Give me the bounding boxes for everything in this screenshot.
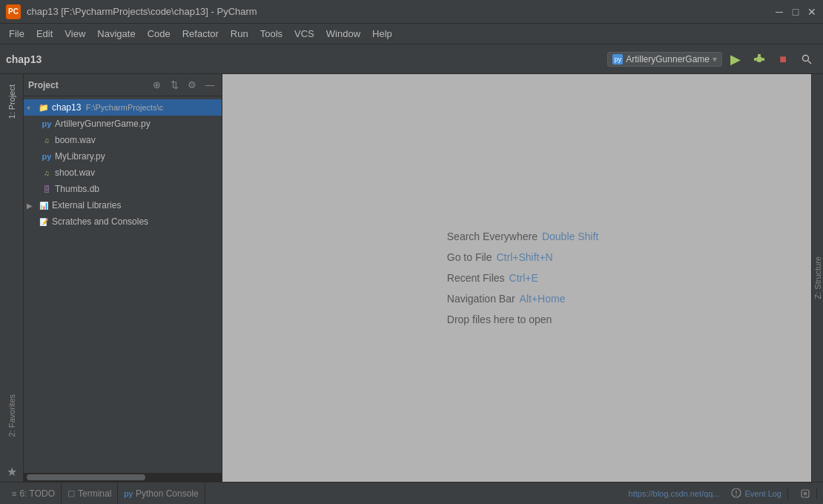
tree-item-boom[interactable]: ♫ boom.wav bbox=[24, 132, 222, 148]
menu-tools[interactable]: Tools bbox=[254, 26, 288, 42]
svg-point-0 bbox=[756, 56, 762, 62]
tree-item-path: F:\PycharmProjects\c bbox=[86, 103, 164, 112]
menu-refactor[interactable]: Refactor bbox=[176, 26, 225, 42]
hint-label: Search Everywhere bbox=[447, 231, 538, 242]
main-area: 1: Project 2: Favorites ★ Project ⊕ ⇅ ⚙ … bbox=[0, 74, 823, 482]
run-config-icon: py bbox=[612, 54, 623, 64]
project-scrollbar-thumb[interactable] bbox=[27, 474, 145, 480]
status-right: https://blog.csdn.net/qq... Event Log bbox=[629, 488, 817, 500]
tree-item-label: Thumbs.db bbox=[55, 184, 99, 194]
menu-navigate[interactable]: Navigate bbox=[91, 26, 141, 42]
hint-recent-files: Recent Files Ctrl+E bbox=[447, 272, 598, 284]
tree-item-label: shoot.wav bbox=[55, 168, 95, 178]
terminal-icon: ▢ bbox=[67, 488, 75, 498]
tree-item-external-libs[interactable]: ▶ 📊 External Libraries bbox=[24, 197, 222, 213]
status-todo[interactable]: ≡ 6: TODO bbox=[6, 483, 62, 504]
svg-rect-2 bbox=[754, 58, 756, 61]
favorites-star-icon[interactable]: ★ bbox=[4, 462, 20, 482]
sidebar-item-favorites[interactable]: 2: Favorites bbox=[4, 387, 19, 444]
close-button[interactable]: ✕ bbox=[807, 7, 817, 17]
project-panel: Project ⊕ ⇅ ⚙ — ▾ 📁 chap13 F:\PycharmPro… bbox=[24, 74, 222, 482]
chevron-down-icon: ▾ bbox=[27, 104, 36, 112]
chevron-right-icon: ▶ bbox=[27, 202, 36, 210]
menubar: File Edit View Navigate Code Refactor Ru… bbox=[0, 24, 823, 44]
status-terminal[interactable]: ▢ Terminal bbox=[62, 483, 118, 504]
menu-vcs[interactable]: VCS bbox=[288, 26, 320, 42]
window-controls: ─ □ ✕ bbox=[774, 7, 817, 17]
run-config-selector[interactable]: py ArtilleryGunnerGame ▾ bbox=[607, 52, 722, 67]
hint-shortcut: Ctrl+E bbox=[509, 272, 538, 284]
app-logo: PC bbox=[6, 4, 21, 19]
tree-item-label: MyLibrary.py bbox=[55, 151, 105, 162]
tree-item-label: External Libraries bbox=[52, 200, 121, 210]
hint-shortcut: Alt+Home bbox=[520, 293, 566, 305]
run-config-name: ArtilleryGunnerGame bbox=[626, 54, 710, 64]
menu-file[interactable]: File bbox=[3, 26, 30, 42]
todo-icon: ≡ bbox=[12, 489, 16, 498]
svg-rect-3 bbox=[762, 58, 764, 61]
menu-help[interactable]: Help bbox=[366, 26, 398, 42]
menu-run[interactable]: Run bbox=[225, 26, 254, 42]
menu-window[interactable]: Window bbox=[320, 26, 366, 42]
hint-label: Navigation Bar bbox=[447, 293, 515, 305]
svg-point-8 bbox=[736, 494, 738, 496]
sidebar-item-zstructure[interactable]: Z: Structure bbox=[813, 256, 822, 299]
status-event-log[interactable]: Event Log bbox=[725, 488, 788, 500]
hint-shortcut: Ctrl+Shift+N bbox=[496, 251, 552, 263]
wav-file-icon: ♫ bbox=[41, 134, 53, 146]
statusbar: ≡ 6: TODO ▢ Terminal py Python Console h… bbox=[0, 482, 823, 504]
run-button[interactable]: ▶ bbox=[725, 49, 746, 70]
hint-label: Go to File bbox=[447, 251, 492, 263]
stop-button[interactable]: ■ bbox=[773, 49, 793, 70]
project-panel-header: Project ⊕ ⇅ ⚙ — bbox=[24, 74, 222, 96]
project-name: chap13 bbox=[6, 53, 42, 65]
minimize-button[interactable]: ─ bbox=[774, 7, 784, 17]
tree-item-label: Scratches and Consoles bbox=[52, 216, 148, 227]
panel-minimize-icon[interactable]: — bbox=[202, 78, 217, 93]
tree-item-label: boom.wav bbox=[55, 135, 96, 145]
todo-label: 6: TODO bbox=[19, 488, 55, 499]
python-console-label: Python Console bbox=[136, 488, 199, 499]
hint-goto-file: Go to File Ctrl+Shift+N bbox=[447, 251, 598, 263]
menu-edit[interactable]: Edit bbox=[30, 26, 59, 42]
hint-shortcut: Double Shift bbox=[542, 231, 598, 242]
hint-label: Recent Files bbox=[447, 272, 505, 284]
menu-code[interactable]: Code bbox=[142, 26, 176, 42]
window-title: chap13 [F:\PycharmProjects\code\chap13] … bbox=[27, 6, 774, 17]
svg-line-5 bbox=[808, 61, 811, 64]
svg-rect-1 bbox=[758, 54, 761, 56]
project-panel-title: Project bbox=[28, 80, 59, 90]
scratch-icon: 📝 bbox=[38, 216, 50, 228]
search-everywhere-button[interactable] bbox=[796, 49, 817, 70]
menu-view[interactable]: View bbox=[59, 26, 91, 42]
panel-nav-icon[interactable]: ⊕ bbox=[149, 78, 164, 93]
editor-area[interactable]: Z: Structure Search Everywhere Double Sh… bbox=[222, 74, 823, 482]
project-tree: ▾ 📁 chap13 F:\PycharmProjects\c py Artil… bbox=[24, 96, 222, 473]
tree-item-thumbs[interactable]: 🗄 Thumbs.db bbox=[24, 181, 222, 197]
sidebar-item-project[interactable]: 1: Project bbox=[4, 77, 19, 126]
status-python-console[interactable]: py Python Console bbox=[118, 483, 205, 504]
tree-item-shoot[interactable]: ♫ shoot.wav bbox=[24, 165, 222, 181]
editor-hints: Search Everywhere Double Shift Go to Fil… bbox=[432, 216, 613, 340]
titlebar: PC chap13 [F:\PycharmProjects\code\chap1… bbox=[0, 0, 823, 24]
event-log-label: Event Log bbox=[744, 489, 781, 498]
svg-point-4 bbox=[803, 55, 809, 61]
right-tool-strip: Z: Structure bbox=[811, 74, 823, 482]
status-notifications-icon[interactable] bbox=[794, 488, 817, 499]
toolbar: chap13 py ArtilleryGunnerGame ▾ ▶ ■ bbox=[0, 44, 823, 74]
tree-item-chap13[interactable]: ▾ 📁 chap13 F:\PycharmProjects\c bbox=[24, 99, 222, 116]
panel-settings-icon[interactable]: ⚙ bbox=[185, 78, 199, 93]
panel-sort-icon[interactable]: ⇅ bbox=[167, 78, 182, 93]
tree-item-mylibrary[interactable]: py MyLibrary.py bbox=[24, 148, 222, 165]
tree-item-scratches[interactable]: ▶ 📝 Scratches and Consoles bbox=[24, 213, 222, 230]
debug-button[interactable] bbox=[749, 49, 770, 70]
chevron-spacer: ▶ bbox=[27, 218, 36, 226]
py-file-icon: py bbox=[41, 150, 53, 162]
hint-drop-files: Drop files here to open bbox=[447, 314, 598, 325]
project-scrollbar[interactable] bbox=[24, 473, 222, 482]
maximize-button[interactable]: □ bbox=[790, 7, 801, 17]
tree-item-artillery[interactable]: py ArtilleryGunnerGame.py bbox=[24, 116, 222, 132]
terminal-label: Terminal bbox=[78, 488, 111, 499]
wav-file-icon: ♫ bbox=[41, 167, 53, 179]
tree-item-label: ArtilleryGunnerGame.py bbox=[55, 119, 151, 129]
